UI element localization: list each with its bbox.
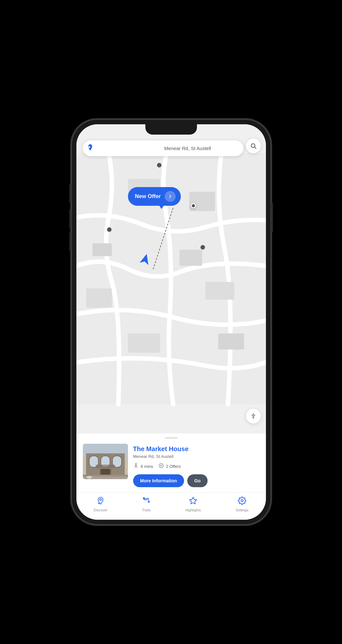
svg-rect-3 bbox=[180, 250, 202, 266]
notch bbox=[145, 124, 197, 135]
svg-rect-7 bbox=[128, 334, 160, 353]
discover-icon bbox=[96, 497, 105, 507]
svg-rect-8 bbox=[218, 334, 244, 350]
search-button[interactable] bbox=[246, 138, 261, 153]
location-pin-icon bbox=[87, 144, 161, 152]
map-marker-2[interactable] bbox=[107, 227, 112, 232]
offer-label: New Offer bbox=[135, 193, 161, 200]
filter-button[interactable] bbox=[246, 409, 261, 423]
bottom-sheet: The Market House Menear Rd, St Austell bbox=[76, 433, 266, 492]
place-meta: 6 mins 2 Offers bbox=[133, 463, 259, 470]
place-info: The Market House Menear Rd, St Austell bbox=[133, 444, 259, 487]
svg-marker-11 bbox=[140, 253, 151, 265]
phone-screen: Menear Rd, St Austell New Offer bbox=[76, 124, 266, 520]
map-marker-3[interactable] bbox=[200, 245, 205, 250]
offers-count: 2 Offers bbox=[158, 463, 181, 470]
walk-time-label: 6 mins bbox=[141, 464, 153, 469]
drag-handle bbox=[165, 437, 178, 439]
svg-point-37 bbox=[148, 501, 149, 502]
action-buttons: More Information Go bbox=[133, 474, 259, 487]
settings-label: Settings bbox=[236, 508, 249, 512]
nav-trails[interactable]: Trails bbox=[138, 495, 154, 513]
svg-point-35 bbox=[100, 499, 101, 500]
svg-line-10 bbox=[254, 147, 256, 149]
phone-wrapper: Menear Rd, St Austell New Offer bbox=[71, 119, 271, 525]
offers-label: 2 Offers bbox=[166, 464, 181, 469]
svg-point-39 bbox=[241, 500, 243, 502]
place-address: Menear Rd, St Austell bbox=[133, 454, 259, 459]
svg-rect-24 bbox=[101, 469, 110, 474]
go-button[interactable]: Go bbox=[187, 474, 208, 487]
svg-rect-32 bbox=[87, 476, 92, 478]
trails-label: Trails bbox=[142, 508, 151, 512]
trails-icon bbox=[142, 497, 151, 507]
nav-highlights[interactable]: Highlights bbox=[181, 495, 205, 513]
place-name: The Market House bbox=[133, 445, 259, 453]
svg-point-33 bbox=[135, 463, 136, 464]
svg-rect-1 bbox=[86, 289, 112, 308]
settings-icon bbox=[238, 497, 246, 507]
offer-location-pin bbox=[191, 203, 196, 208]
svg-rect-27 bbox=[96, 465, 115, 468]
search-address: Menear Rd, St Austell bbox=[164, 146, 238, 151]
svg-marker-38 bbox=[190, 497, 197, 504]
svg-rect-4 bbox=[205, 282, 234, 300]
search-bar[interactable]: Menear Rd, St Austell bbox=[83, 140, 243, 156]
map-area: Menear Rd, St Austell New Offer bbox=[76, 124, 266, 433]
highlights-label: Highlights bbox=[185, 508, 201, 512]
walk-time: 6 mins bbox=[133, 463, 153, 470]
place-image bbox=[83, 444, 128, 479]
discover-label: Discover bbox=[93, 508, 107, 512]
offer-bubble[interactable]: New Offer bbox=[128, 187, 181, 206]
map-background bbox=[76, 124, 266, 433]
nav-settings[interactable]: Settings bbox=[232, 495, 252, 513]
nav-discover[interactable]: Discover bbox=[90, 495, 111, 513]
map-marker-1[interactable] bbox=[157, 163, 161, 167]
offers-icon bbox=[158, 463, 164, 470]
offer-arrow-icon bbox=[165, 191, 176, 202]
bottom-nav: Discover Trails bbox=[76, 492, 266, 520]
highlights-icon bbox=[189, 497, 197, 507]
walk-icon bbox=[133, 463, 139, 470]
svg-rect-5 bbox=[93, 243, 112, 256]
more-information-button[interactable]: More Information bbox=[133, 474, 184, 487]
place-card: The Market House Menear Rd, St Austell bbox=[83, 444, 259, 487]
